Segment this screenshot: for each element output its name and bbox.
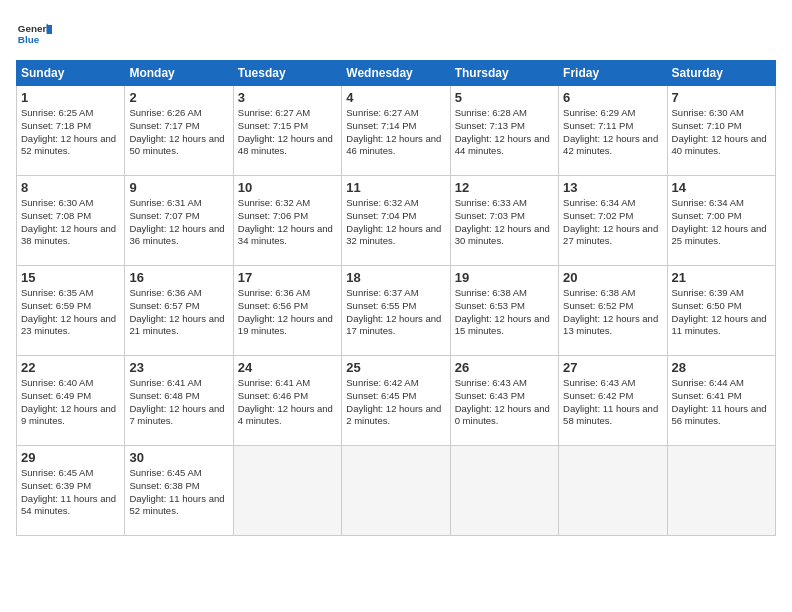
weekday-header: Sunday xyxy=(17,61,125,86)
day-number: 10 xyxy=(238,180,337,195)
calendar-cell xyxy=(667,446,775,536)
calendar-cell: 12Sunrise: 6:33 AMSunset: 7:03 PMDayligh… xyxy=(450,176,558,266)
cell-info: Sunrise: 6:43 AMSunset: 6:43 PMDaylight:… xyxy=(455,377,554,428)
svg-marker-3 xyxy=(47,25,52,34)
day-number: 21 xyxy=(672,270,771,285)
cell-info: Sunrise: 6:44 AMSunset: 6:41 PMDaylight:… xyxy=(672,377,771,428)
day-number: 6 xyxy=(563,90,662,105)
weekday-header: Thursday xyxy=(450,61,558,86)
calendar-cell: 4Sunrise: 6:27 AMSunset: 7:14 PMDaylight… xyxy=(342,86,450,176)
calendar-cell xyxy=(450,446,558,536)
calendar-cell: 29Sunrise: 6:45 AMSunset: 6:39 PMDayligh… xyxy=(17,446,125,536)
calendar-cell: 15Sunrise: 6:35 AMSunset: 6:59 PMDayligh… xyxy=(17,266,125,356)
day-number: 16 xyxy=(129,270,228,285)
day-number: 24 xyxy=(238,360,337,375)
cell-info: Sunrise: 6:34 AMSunset: 7:00 PMDaylight:… xyxy=(672,197,771,248)
calendar-cell: 1Sunrise: 6:25 AMSunset: 7:18 PMDaylight… xyxy=(17,86,125,176)
cell-info: Sunrise: 6:45 AMSunset: 6:38 PMDaylight:… xyxy=(129,467,228,518)
cell-info: Sunrise: 6:38 AMSunset: 6:53 PMDaylight:… xyxy=(455,287,554,338)
cell-info: Sunrise: 6:32 AMSunset: 7:06 PMDaylight:… xyxy=(238,197,337,248)
day-number: 13 xyxy=(563,180,662,195)
calendar-cell xyxy=(559,446,667,536)
calendar-cell: 7Sunrise: 6:30 AMSunset: 7:10 PMDaylight… xyxy=(667,86,775,176)
calendar-cell: 20Sunrise: 6:38 AMSunset: 6:52 PMDayligh… xyxy=(559,266,667,356)
day-number: 29 xyxy=(21,450,120,465)
cell-info: Sunrise: 6:37 AMSunset: 6:55 PMDaylight:… xyxy=(346,287,445,338)
cell-info: Sunrise: 6:27 AMSunset: 7:15 PMDaylight:… xyxy=(238,107,337,158)
logo-icon: General Blue xyxy=(16,16,52,52)
day-number: 28 xyxy=(672,360,771,375)
calendar-cell: 24Sunrise: 6:41 AMSunset: 6:46 PMDayligh… xyxy=(233,356,341,446)
calendar-cell xyxy=(342,446,450,536)
day-number: 18 xyxy=(346,270,445,285)
cell-info: Sunrise: 6:30 AMSunset: 7:08 PMDaylight:… xyxy=(21,197,120,248)
day-number: 26 xyxy=(455,360,554,375)
day-number: 1 xyxy=(21,90,120,105)
day-number: 27 xyxy=(563,360,662,375)
calendar-cell: 3Sunrise: 6:27 AMSunset: 7:15 PMDaylight… xyxy=(233,86,341,176)
day-number: 23 xyxy=(129,360,228,375)
calendar-cell: 10Sunrise: 6:32 AMSunset: 7:06 PMDayligh… xyxy=(233,176,341,266)
weekday-header: Friday xyxy=(559,61,667,86)
svg-text:Blue: Blue xyxy=(18,34,40,45)
weekday-header: Monday xyxy=(125,61,233,86)
day-number: 5 xyxy=(455,90,554,105)
weekday-header: Tuesday xyxy=(233,61,341,86)
day-number: 22 xyxy=(21,360,120,375)
day-number: 12 xyxy=(455,180,554,195)
calendar-cell: 17Sunrise: 6:36 AMSunset: 6:56 PMDayligh… xyxy=(233,266,341,356)
calendar-cell: 26Sunrise: 6:43 AMSunset: 6:43 PMDayligh… xyxy=(450,356,558,446)
calendar-cell: 30Sunrise: 6:45 AMSunset: 6:38 PMDayligh… xyxy=(125,446,233,536)
cell-info: Sunrise: 6:36 AMSunset: 6:56 PMDaylight:… xyxy=(238,287,337,338)
cell-info: Sunrise: 6:36 AMSunset: 6:57 PMDaylight:… xyxy=(129,287,228,338)
cell-info: Sunrise: 6:43 AMSunset: 6:42 PMDaylight:… xyxy=(563,377,662,428)
day-number: 25 xyxy=(346,360,445,375)
day-number: 7 xyxy=(672,90,771,105)
calendar-cell: 19Sunrise: 6:38 AMSunset: 6:53 PMDayligh… xyxy=(450,266,558,356)
calendar-cell: 14Sunrise: 6:34 AMSunset: 7:00 PMDayligh… xyxy=(667,176,775,266)
day-number: 3 xyxy=(238,90,337,105)
calendar-cell: 23Sunrise: 6:41 AMSunset: 6:48 PMDayligh… xyxy=(125,356,233,446)
weekday-header: Saturday xyxy=(667,61,775,86)
cell-info: Sunrise: 6:39 AMSunset: 6:50 PMDaylight:… xyxy=(672,287,771,338)
day-number: 19 xyxy=(455,270,554,285)
calendar-cell: 9Sunrise: 6:31 AMSunset: 7:07 PMDaylight… xyxy=(125,176,233,266)
cell-info: Sunrise: 6:28 AMSunset: 7:13 PMDaylight:… xyxy=(455,107,554,158)
calendar-cell: 8Sunrise: 6:30 AMSunset: 7:08 PMDaylight… xyxy=(17,176,125,266)
calendar-cell: 28Sunrise: 6:44 AMSunset: 6:41 PMDayligh… xyxy=(667,356,775,446)
logo: General Blue xyxy=(16,16,56,52)
cell-info: Sunrise: 6:40 AMSunset: 6:49 PMDaylight:… xyxy=(21,377,120,428)
cell-info: Sunrise: 6:41 AMSunset: 6:48 PMDaylight:… xyxy=(129,377,228,428)
calendar-cell: 21Sunrise: 6:39 AMSunset: 6:50 PMDayligh… xyxy=(667,266,775,356)
day-number: 15 xyxy=(21,270,120,285)
cell-info: Sunrise: 6:34 AMSunset: 7:02 PMDaylight:… xyxy=(563,197,662,248)
cell-info: Sunrise: 6:38 AMSunset: 6:52 PMDaylight:… xyxy=(563,287,662,338)
day-number: 20 xyxy=(563,270,662,285)
calendar-cell: 5Sunrise: 6:28 AMSunset: 7:13 PMDaylight… xyxy=(450,86,558,176)
day-number: 14 xyxy=(672,180,771,195)
cell-info: Sunrise: 6:29 AMSunset: 7:11 PMDaylight:… xyxy=(563,107,662,158)
cell-info: Sunrise: 6:30 AMSunset: 7:10 PMDaylight:… xyxy=(672,107,771,158)
cell-info: Sunrise: 6:27 AMSunset: 7:14 PMDaylight:… xyxy=(346,107,445,158)
cell-info: Sunrise: 6:41 AMSunset: 6:46 PMDaylight:… xyxy=(238,377,337,428)
calendar-cell: 27Sunrise: 6:43 AMSunset: 6:42 PMDayligh… xyxy=(559,356,667,446)
calendar-cell: 13Sunrise: 6:34 AMSunset: 7:02 PMDayligh… xyxy=(559,176,667,266)
day-number: 4 xyxy=(346,90,445,105)
cell-info: Sunrise: 6:26 AMSunset: 7:17 PMDaylight:… xyxy=(129,107,228,158)
calendar-cell: 22Sunrise: 6:40 AMSunset: 6:49 PMDayligh… xyxy=(17,356,125,446)
cell-info: Sunrise: 6:25 AMSunset: 7:18 PMDaylight:… xyxy=(21,107,120,158)
day-number: 8 xyxy=(21,180,120,195)
cell-info: Sunrise: 6:31 AMSunset: 7:07 PMDaylight:… xyxy=(129,197,228,248)
day-number: 11 xyxy=(346,180,445,195)
day-number: 30 xyxy=(129,450,228,465)
cell-info: Sunrise: 6:42 AMSunset: 6:45 PMDaylight:… xyxy=(346,377,445,428)
day-number: 9 xyxy=(129,180,228,195)
cell-info: Sunrise: 6:45 AMSunset: 6:39 PMDaylight:… xyxy=(21,467,120,518)
calendar-cell: 18Sunrise: 6:37 AMSunset: 6:55 PMDayligh… xyxy=(342,266,450,356)
calendar-cell: 6Sunrise: 6:29 AMSunset: 7:11 PMDaylight… xyxy=(559,86,667,176)
cell-info: Sunrise: 6:33 AMSunset: 7:03 PMDaylight:… xyxy=(455,197,554,248)
calendar-cell xyxy=(233,446,341,536)
day-number: 2 xyxy=(129,90,228,105)
calendar-cell: 16Sunrise: 6:36 AMSunset: 6:57 PMDayligh… xyxy=(125,266,233,356)
day-number: 17 xyxy=(238,270,337,285)
